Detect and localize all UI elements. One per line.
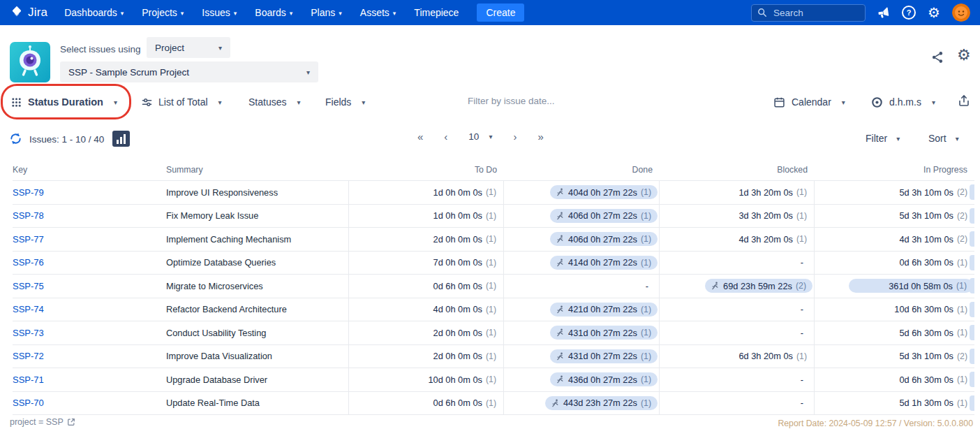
navbar-menu-item[interactable]: Dashboards ▾ — [64, 7, 124, 18]
issue-key-link[interactable]: SSP-70 — [13, 398, 44, 408]
summary-cell: Implement Caching Mechanism — [166, 228, 349, 251]
navbar-menu-item[interactable]: Projects ▾ — [142, 7, 184, 18]
issue-key-link[interactable]: SSP-75 — [13, 281, 44, 291]
running-status-icon — [556, 188, 565, 196]
issue-key-link[interactable]: SSP-79 — [13, 187, 44, 198]
inprogress-duration-cell: 5d 3h 10m 0s(2) — [815, 181, 974, 204]
duration-value: 0d 6h 30m 0s(1) — [899, 257, 967, 268]
fields-button[interactable]: Fields ▾ — [325, 92, 365, 112]
report-type-button[interactable]: Status Duration ▾ — [11, 92, 117, 112]
navbar-menu-item-label: Dashboards — [64, 7, 117, 18]
inprogress-duration-cell: 0d 6h 30m 0s(1) — [815, 252, 974, 275]
chevron-down-icon: ▾ — [362, 99, 365, 106]
inprogress-duration-cell: 361d 0h 58m 0s(1) — [815, 275, 974, 298]
jira-top-navbar: Jira Dashboards ▾ Projects ▾ Issues ▾ Bo… — [0, 0, 980, 25]
key-cell: SSP-70 — [13, 392, 166, 415]
pagination-prev-button[interactable]: ‹ — [444, 131, 447, 143]
time-format-value: d.h.m.s — [889, 96, 921, 108]
issue-key-link[interactable]: SSP-71 — [13, 375, 44, 385]
create-button[interactable]: Create — [477, 3, 524, 22]
duration-value: 443d 23h 27m 22s(1) — [545, 396, 658, 410]
issue-key-link[interactable]: SSP-78 — [13, 210, 44, 221]
navbar-menu-item[interactable]: Boards ▾ — [255, 7, 292, 18]
issue-key-link[interactable]: SSP-72 — [13, 351, 44, 361]
navbar-menu-item-label: Projects — [142, 7, 177, 18]
chevron-down-icon: ▾ — [339, 10, 342, 17]
done-duration-cell: 431d 0h 27m 22s(1) — [504, 345, 660, 368]
settings-gear-icon[interactable]: ⚙ — [928, 6, 940, 20]
table-row: SSP-74 Refactor Backend Architecture 4d … — [13, 298, 974, 321]
key-cell: SSP-77 — [13, 228, 166, 251]
table-row: SSP-77 Implement Caching Mechanism 2d 0h… — [13, 227, 974, 251]
chart-view-button[interactable] — [112, 131, 130, 147]
issue-key-link[interactable]: SSP-77 — [13, 234, 44, 245]
navbar-menu-item[interactable]: Plans ▾ — [311, 7, 342, 18]
issue-date-filter-input[interactable] — [466, 95, 630, 107]
inprogress-duration-cell: 10d 6h 30m 0s(1) — [815, 298, 974, 321]
issue-source-select[interactable]: Project ▾ — [147, 37, 230, 58]
share-icon[interactable] — [931, 51, 944, 66]
table-row: SSP-73 Conduct Usability Testing 2d 0h 0… — [13, 321, 974, 344]
chevron-down-icon: ▾ — [489, 133, 492, 140]
calendar-button[interactable]: Calendar ▾ — [773, 92, 845, 112]
issue-source-value: Project — [155, 43, 184, 53]
duration-value: 10d 0h 0m 0s(1) — [428, 375, 496, 385]
announcement-icon[interactable] — [877, 6, 891, 20]
chevron-down-icon: ▾ — [218, 99, 222, 106]
issue-key-link[interactable]: SSP-76 — [13, 257, 44, 268]
column-header-blocked: Blocked — [660, 165, 815, 175]
navbar-menu-item[interactable]: Assets ▾ — [360, 7, 396, 18]
duration-value: 2d 0h 0m 0s(1) — [433, 351, 496, 361]
column-header-done: Done — [504, 165, 660, 175]
blocked-duration-cell: 4d 3h 20m 0s(1) — [660, 228, 815, 251]
duration-value: 414d 0h 27m 22s(1) — [550, 256, 658, 270]
calendar-icon — [773, 96, 785, 108]
done-duration-cell: 406d 0h 27m 22s(1) — [504, 205, 660, 228]
project-select[interactable]: SSP - Sample Scrum Project ▾ — [60, 61, 318, 82]
issue-key-link[interactable]: SSP-73 — [13, 328, 44, 338]
list-mode-button[interactable]: List of Total ▾ — [142, 92, 222, 112]
refresh-icon[interactable] — [9, 132, 22, 148]
navbar-menu-item[interactable]: Timepiece — [414, 7, 459, 18]
fields-label: Fields — [325, 96, 351, 108]
running-status-icon — [711, 282, 720, 290]
pagination-next-button[interactable]: › — [513, 131, 517, 143]
blocked-duration-cell: - — [660, 392, 815, 415]
duration-value: 0d 6h 0m 0s(1) — [433, 398, 496, 408]
search-input[interactable] — [772, 7, 855, 19]
column-header-inprogress: In Progress — [815, 165, 974, 175]
duration-value: 4d 0h 0m 0s(1) — [433, 304, 496, 314]
navbar-menu-item[interactable]: Issues ▾ — [202, 7, 237, 18]
sort-button[interactable]: Sort ▾ — [928, 133, 959, 144]
chevron-down-icon: ▾ — [306, 68, 310, 76]
report-settings-gear-icon[interactable]: ⚙ — [957, 46, 971, 64]
running-status-icon — [556, 328, 565, 337]
issue-key-link[interactable]: SSP-74 — [13, 304, 44, 314]
key-cell: SSP-75 — [13, 275, 166, 298]
done-duration-cell: 406d 0h 27m 22s(1) — [504, 228, 660, 251]
filter-button[interactable]: Filter ▾ — [866, 133, 900, 144]
time-format-button[interactable]: d.h.m.s ▾ — [871, 92, 935, 112]
running-status-icon — [556, 212, 565, 220]
statuses-button[interactable]: Statuses ▾ — [248, 92, 301, 112]
export-button[interactable] — [958, 90, 970, 111]
todo-duration-cell: 0d 6h 0m 0s(1) — [349, 392, 504, 415]
jira-logo[interactable]: Jira — [10, 6, 47, 20]
todo-duration-cell: 7d 0h 0m 0s(1) — [349, 252, 504, 275]
table-row: SSP-70 Update Real-Time Data 0d 6h 0m 0s… — [13, 391, 974, 416]
list-mode-value: List of Total — [158, 96, 208, 108]
report-date-version: Report Date: 2024-05-09 12:57 / Version:… — [778, 419, 973, 428]
duration-value: - — [801, 257, 807, 268]
duration-value: 361d 0h 58m 0s(1) — [849, 279, 973, 293]
chevron-down-icon: ▾ — [290, 10, 293, 17]
duration-value: 4d 3h 10m 0s(2) — [899, 234, 967, 245]
user-avatar[interactable] — [952, 3, 970, 22]
jql-query-link[interactable]: project = SSP — [10, 417, 75, 427]
pagination-first-button[interactable]: « — [417, 131, 423, 143]
statuses-label: Statuses — [248, 96, 286, 108]
help-icon[interactable]: ? — [902, 6, 916, 20]
done-duration-cell: 443d 23h 27m 22s(1) — [504, 392, 660, 415]
table-row: SSP-76 Optimize Database Queries 7d 0h 0… — [13, 251, 974, 275]
pagination-last-button[interactable]: » — [537, 131, 543, 143]
page-size-select[interactable]: 10 ▾ — [468, 131, 492, 142]
